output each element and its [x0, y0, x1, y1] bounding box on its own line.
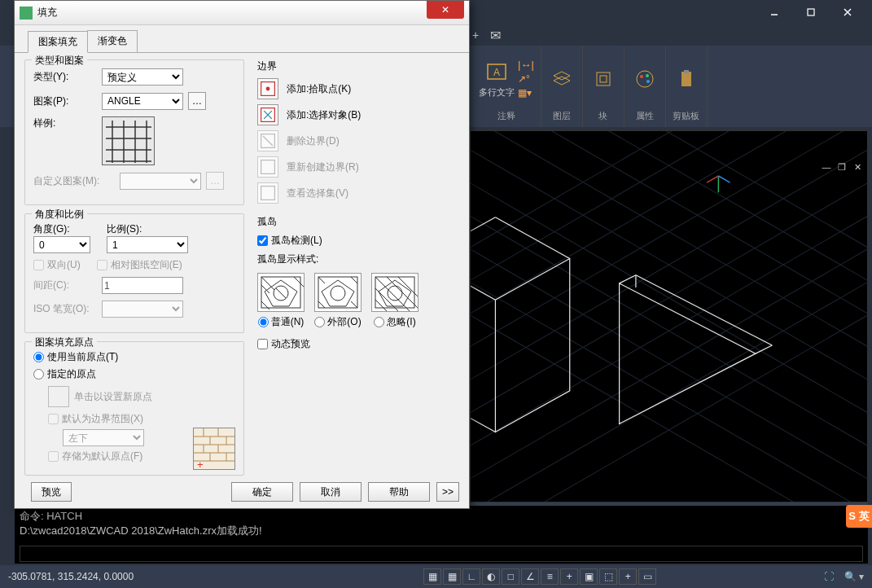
- island-normal-radio[interactable]: 普通(N): [258, 315, 305, 329]
- model-toggle-icon[interactable]: ▭: [638, 568, 656, 585]
- add-pickpoint-button[interactable]: 添加:拾取点(K): [257, 78, 459, 99]
- tab-gradient[interactable]: 渐变色: [87, 30, 138, 52]
- ok-button[interactable]: 确定: [231, 482, 293, 502]
- maximize-button[interactable]: [792, 1, 829, 24]
- annoscale-icon[interactable]: 🔍 ▾: [844, 571, 864, 582]
- block-icon[interactable]: [589, 65, 617, 93]
- island-normal-preview[interactable]: [257, 273, 305, 312]
- plus-icon[interactable]: +: [472, 29, 479, 42]
- otrack-toggle-icon[interactable]: ∠: [521, 568, 539, 585]
- plus-toggle-icon[interactable]: +: [619, 568, 637, 585]
- spacing-input: [102, 277, 183, 294]
- tab-pattern-fill[interactable]: 图案填充: [28, 31, 88, 53]
- ribbon-block-label: 块: [598, 108, 607, 124]
- svg-line-76: [294, 277, 304, 287]
- status-bar: -305.0781, 315.2424, 0.0000 ▦ ▦ ∟ ◐ □ ∠ …: [0, 565, 872, 588]
- origin-preview-swatch: +: [193, 428, 235, 470]
- recreate-boundary-button: 重新创建边界(R): [257, 156, 459, 178]
- svg-line-19: [471, 131, 867, 337]
- svg-point-11: [646, 80, 650, 83]
- layer-icon[interactable]: [548, 65, 576, 93]
- island-section-label: 孤岛: [257, 215, 459, 229]
- leader-icon[interactable]: ↗°: [518, 73, 534, 85]
- svg-rect-12: [681, 72, 691, 86]
- iso-toggle-icon[interactable]: ⬚: [599, 568, 617, 585]
- group-angle-scale: 角度和比例 角度(G): 0 比例(S): 1 双向(U) 相对图纸空间(E): [24, 213, 244, 333]
- svg-rect-71: [261, 277, 300, 308]
- ribbon-group-props: 属性: [624, 46, 666, 127]
- lwt-toggle-icon[interactable]: ≡: [541, 568, 559, 585]
- sample-label: 样例:: [33, 116, 97, 130]
- island-outer-radio[interactable]: 外部(O): [314, 315, 361, 329]
- island-ignore-radio[interactable]: 忽略(I): [374, 315, 415, 329]
- svg-line-84: [318, 301, 325, 308]
- svg-line-27: [471, 131, 867, 403]
- pick-origin-label: 单击以设置新原点: [74, 390, 152, 404]
- doc-minimize-icon[interactable]: —: [820, 161, 833, 173]
- dialog-tabs: 图案填充 渐变色: [15, 25, 469, 53]
- svg-line-32: [471, 258, 867, 502]
- svg-line-68: [263, 136, 273, 146]
- doc-close-icon[interactable]: ✕: [851, 161, 864, 173]
- island-outer-preview[interactable]: [314, 273, 362, 312]
- cancel-button[interactable]: 取消: [300, 482, 362, 502]
- add-select-button[interactable]: 添加:选择对象(B): [257, 104, 459, 125]
- ime-label: S 英: [848, 509, 869, 524]
- custom-pattern-label: 自定义图案(M):: [33, 174, 115, 188]
- hatch-dialog: 填充 ✕ 图案填充 渐变色 类型和图案 类型(Y): 预定义 图案(P): AN…: [14, 0, 470, 509]
- scale-label: 比例(S):: [107, 222, 188, 236]
- ortho-toggle-icon[interactable]: ∟: [462, 568, 480, 585]
- island-detect-checkbox[interactable]: 孤岛检测(L): [257, 234, 459, 248]
- ime-indicator[interactable]: S 英: [846, 505, 872, 528]
- dialog-titlebar[interactable]: 填充 ✕: [15, 1, 469, 25]
- pattern-select[interactable]: ANGLE: [102, 93, 183, 110]
- remove-boundary-button: 删除边界(D): [257, 130, 459, 151]
- minimize-button[interactable]: [756, 1, 792, 24]
- cmd-history-1: 命令: HATCH: [20, 509, 863, 524]
- table-icon[interactable]: ▦▾: [518, 87, 534, 99]
- fullscreen-icon[interactable]: ⛶: [820, 568, 838, 585]
- group-origin: 图案填充原点 使用当前原点(T) 指定的原点 单击以设置新原点 默认为边界范围(…: [24, 341, 244, 476]
- svg-line-25: [471, 192, 867, 469]
- svg-line-36: [620, 275, 636, 283]
- doc-restore-icon[interactable]: ❐: [835, 161, 848, 173]
- pattern-browse-button[interactable]: …: [188, 92, 206, 110]
- svg-point-88: [388, 286, 402, 301]
- scale-select[interactable]: 1: [107, 236, 188, 253]
- expand-button[interactable]: >>: [436, 482, 459, 502]
- paper-checkbox: 相对图纸空间(E): [97, 258, 182, 272]
- dim-icon[interactable]: |↔|: [518, 59, 534, 71]
- island-ignore-preview[interactable]: [371, 273, 418, 312]
- cycle-toggle-icon[interactable]: ▣: [580, 568, 598, 585]
- angle-select[interactable]: 0: [33, 236, 90, 253]
- specified-origin-radio[interactable]: 指定的原点: [33, 367, 235, 381]
- command-input[interactable]: [20, 546, 863, 562]
- help-button[interactable]: 帮助: [368, 482, 430, 502]
- type-select[interactable]: 预定义: [102, 68, 183, 86]
- mtext-icon[interactable]: A: [483, 59, 510, 86]
- dialog-close-button[interactable]: ✕: [427, 1, 464, 19]
- dyn-preview-checkbox[interactable]: 动态预览: [257, 337, 459, 351]
- pattern-swatch[interactable]: [102, 116, 155, 165]
- dyn-toggle-icon[interactable]: +: [560, 568, 578, 585]
- svg-point-9: [640, 75, 643, 78]
- group-type-pattern: 类型和图案 类型(Y): 预定义 图案(P): ANGLE … 样例:: [24, 59, 244, 205]
- bidir-checkbox: 双向(U): [33, 258, 81, 272]
- polar-toggle-icon[interactable]: ◐: [482, 568, 500, 585]
- osnap-toggle-icon[interactable]: □: [502, 568, 519, 585]
- mail-icon[interactable]: ✉: [490, 28, 501, 43]
- recreate-boundary-icon: [257, 156, 278, 178]
- grid-toggle-icon[interactable]: ▦: [423, 568, 441, 585]
- ribbon-annotate-label: 注释: [497, 108, 515, 124]
- snap-toggle-icon[interactable]: ▦: [443, 568, 461, 585]
- drawing-canvas[interactable]: [470, 130, 868, 502]
- clipboard-icon[interactable]: [673, 65, 700, 93]
- preview-button[interactable]: 预览: [31, 482, 72, 502]
- svg-line-42: [718, 176, 730, 182]
- type-label: 类型(Y):: [33, 70, 97, 84]
- dialog-footer: 预览 确定 取消 帮助 >>: [24, 482, 459, 502]
- close-button[interactable]: [829, 1, 865, 24]
- use-current-origin-radio[interactable]: 使用当前原点(T): [33, 350, 235, 364]
- ribbon-group-block: 块: [583, 46, 624, 127]
- palette-icon[interactable]: [631, 65, 659, 93]
